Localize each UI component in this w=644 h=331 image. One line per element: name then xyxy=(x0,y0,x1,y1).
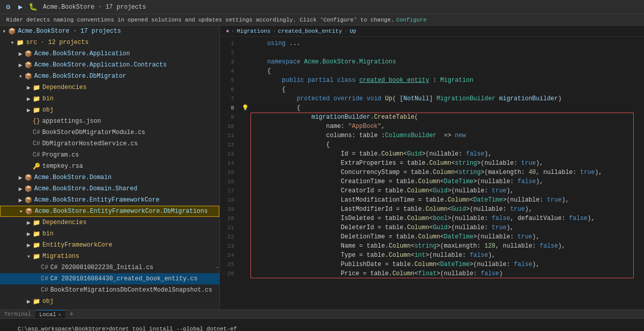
tree-label-efcoredb: Acme.BookStore.EntityFrameworkCore.DbMig… xyxy=(35,208,219,215)
notification-bar: Rider detects naming conventions in open… xyxy=(0,14,644,26)
code-line-25: 25 PublishDate = table.Column<DateTime>(… xyxy=(220,260,644,269)
line-number-12: 12 xyxy=(220,140,240,149)
sidebar-item-dbmigrator[interactable]: ▾📦Acme.BookStore.DbMigrator xyxy=(0,71,219,82)
line-number-15: 15 xyxy=(220,168,240,177)
project-icon: 📦 xyxy=(25,73,32,80)
sidebar-item-appcontracts[interactable]: ▶📦Acme.BookStore.Application.Contracts xyxy=(0,59,219,71)
sidebar-item-efcorecore[interactable]: ▶📁EntityFrameworkCore xyxy=(0,239,219,251)
line-number-19: 19 xyxy=(220,205,240,214)
line-code-22: DeletionTime = table.Column<DateTime>(nu… xyxy=(250,232,644,241)
notification-text: Rider detects naming conventions in open… xyxy=(6,17,394,23)
line-number-17: 17 xyxy=(220,186,240,195)
line-code-21: DeleterId = table.Column<Guid>(nullable:… xyxy=(250,223,644,232)
toolbar-icon-3[interactable]: 🐛 xyxy=(29,3,37,11)
code-line-10: 10 name: "AppBook", xyxy=(220,122,644,131)
sidebar-item-program[interactable]: C#Program.cs xyxy=(0,149,219,161)
sidebar-item-tempkey[interactable]: 🔑tempkey.rsa xyxy=(0,161,219,172)
sidebar-item-app[interactable]: ▶📦Acme.BookStore.Application xyxy=(0,48,219,59)
configure-link[interactable]: Configure xyxy=(396,17,426,23)
folder-icon: 📁 xyxy=(33,219,40,227)
code-line-2: 2 xyxy=(220,48,644,57)
tree-arrow-appcontracts[interactable]: ▶ xyxy=(16,61,25,69)
sidebar-item-domainshared[interactable]: ▶📦Acme.BookStore.Domain.Shared xyxy=(0,183,219,194)
sidebar-item-dbmighost[interactable]: C#DbMigratorHostedService.cs xyxy=(0,138,219,149)
tree-arrow-deps[interactable]: ▶ xyxy=(25,84,33,92)
sidebar-item-domain[interactable]: ▶📦Acme.BookStore.Domain xyxy=(0,172,219,183)
sidebar-item-migrations[interactable]: ▾📁Migrations xyxy=(0,251,219,262)
sidebar-item-root[interactable]: ▾📦Acme.BookStore · 17 projects xyxy=(0,26,219,37)
tree-arrow-domainshared[interactable]: ▶ xyxy=(16,185,25,193)
tree-arrow-app[interactable]: ▶ xyxy=(16,50,25,58)
sidebar-item-deps2[interactable]: ▶📁Dependencies xyxy=(0,217,219,228)
tree-label-appsettings: appsettings.json xyxy=(42,118,219,125)
sidebar[interactable]: ▾📦Acme.BookStore · 17 projects▾📁src · 12… xyxy=(0,26,220,310)
tree-arrow-efcoredb[interactable]: ▾ xyxy=(17,208,25,215)
terminal-add-tab[interactable]: + xyxy=(70,310,74,318)
code-line-12: 12 { xyxy=(220,140,644,149)
terminal-tab-local[interactable]: Local ✕ xyxy=(35,310,65,318)
code-line-1: 1 using ... xyxy=(220,39,644,48)
tree-label-domainshared: Acme.BookStore.Domain.Shared xyxy=(34,185,219,192)
sidebar-item-bin2[interactable]: ▶📁bin xyxy=(0,228,219,239)
line-code-13: Id = table.Column<Guid>(nullable: false)… xyxy=(250,149,644,159)
sidebar-item-efcoredb[interactable]: ▾📦Acme.BookStore.EntityFrameworkCore.DbM… xyxy=(0,206,219,217)
line-number-5: 5 xyxy=(220,76,240,85)
bulb-icon[interactable]: 💡 xyxy=(242,103,249,113)
tree-label-src: src · 12 projects xyxy=(26,39,219,46)
code-line-22: 22 DeletionTime = table.Column<DateTime>… xyxy=(220,232,644,241)
sidebar-item-created[interactable]: C#C# 20201016084430_created_book_entity.… xyxy=(0,273,219,284)
delete-indicator: - xyxy=(216,264,219,271)
tree-arrow-efcorecore[interactable]: ▶ xyxy=(25,241,33,249)
toolbar-icon-1[interactable]: ⚙ xyxy=(4,3,12,11)
tree-arrow-efcore[interactable]: ▶ xyxy=(16,196,25,204)
tree-label-efcore: Acme.BookStore.EntityFrameworkCore xyxy=(34,196,219,204)
cs-icon: C# xyxy=(41,264,48,271)
code-line-26: 26 Price = table.Column<float>(nullable:… xyxy=(220,269,644,278)
sidebar-item-efcore[interactable]: ▶📦Acme.BookStore.EntityFrameworkCore xyxy=(0,194,219,206)
tree-arrow-domain[interactable]: ▶ xyxy=(16,174,25,182)
terminal-tab-close[interactable]: ✕ xyxy=(58,312,61,318)
tree-arrow-bin[interactable]: ▶ xyxy=(25,95,33,103)
json-icon: {} xyxy=(33,118,40,125)
folder-icon: 📁 xyxy=(33,230,40,238)
tree-label-obj2: obj xyxy=(42,298,219,305)
line-code-24: Type = table.Column<int>(nullable: false… xyxy=(250,251,644,260)
line-number-2: 2 xyxy=(220,48,240,57)
tree-arrow-src[interactable]: ▾ xyxy=(8,39,16,47)
line-number-24: 24 xyxy=(220,251,240,260)
line-gutter-8: 💡 xyxy=(240,103,250,113)
tree-arrow-migrations[interactable]: ▾ xyxy=(25,253,33,260)
sidebar-item-obj2[interactable]: ▶📁obj xyxy=(0,296,219,307)
sidebar-item-deps[interactable]: ▶📁Dependencies xyxy=(0,82,219,93)
line-number-1: 1 xyxy=(220,39,240,48)
tree-arrow-root[interactable]: ▾ xyxy=(0,28,8,35)
terminal-command: C:\asp_workspace\BookStore>dotnet tool i… xyxy=(17,326,237,331)
breadcrumb-class: created_book_entity xyxy=(278,28,342,34)
line-code-4: { xyxy=(250,67,644,76)
tree-arrow-deps2[interactable]: ▶ xyxy=(25,219,33,227)
line-code-15: ConcurrencyStamp = table.Column<string>(… xyxy=(250,168,644,177)
line-number-13: 13 xyxy=(220,149,240,159)
sidebar-item-appsettings[interactable]: {}appsettings.json xyxy=(0,116,219,127)
tree-arrow-obj[interactable]: ▶ xyxy=(25,106,33,114)
tree-arrow-obj2[interactable]: ▶ xyxy=(25,298,33,305)
toolbar-icon-2[interactable]: ▶ xyxy=(16,3,25,11)
sidebar-item-bookstoremod[interactable]: C#BookStoreDbMigratorModule.cs xyxy=(0,127,219,138)
key-icon: 🔑 xyxy=(33,163,40,170)
code-content[interactable]: 1 using ... 2 3 namespace Acme.BookStore… xyxy=(220,37,644,310)
sidebar-item-bin[interactable]: ▶📁bin xyxy=(0,93,219,104)
sidebar-item-initial[interactable]: C#C# 20200810022238_Initial.cs- xyxy=(0,262,219,273)
line-number-25: 25 xyxy=(220,260,240,269)
tree-arrow-bin2[interactable]: ▶ xyxy=(25,230,33,238)
tree-label-bin2: bin xyxy=(42,230,219,237)
sidebar-item-src[interactable]: ▾📁src · 12 projects xyxy=(0,37,219,48)
line-code-3: namespace Acme.BookStore.Migrations xyxy=(250,57,644,67)
code-line-7: 7 protected override void Up( [NotNull] … xyxy=(220,94,644,103)
code-line-24: 24 Type = table.Column<int>(nullable: fa… xyxy=(220,251,644,260)
line-code-23: Name = table.Column<string>(maxLength: 1… xyxy=(250,241,644,251)
tree-arrow-dbmigrator[interactable]: ▾ xyxy=(16,73,25,80)
project-icon: 📦 xyxy=(25,196,32,204)
sidebar-item-snapshot[interactable]: C#BookStoreMigrationsDbContextModelSnaps… xyxy=(0,284,219,296)
project-icon: 📦 xyxy=(25,50,32,58)
sidebar-item-obj[interactable]: ▶📁obj xyxy=(0,104,219,116)
